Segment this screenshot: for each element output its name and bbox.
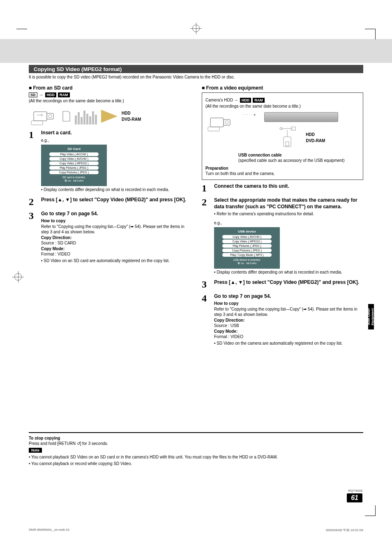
label-hdd: HDD xyxy=(306,131,325,138)
badge-line: Camera's HDD → HDD RAM xyxy=(205,97,360,103)
svg-point-2 xyxy=(48,115,52,118)
eg-label: e.g., xyxy=(41,138,190,143)
svg-rect-1 xyxy=(47,113,53,119)
dialog-option: Play / Copy Music ( MP3 ) xyxy=(222,253,272,257)
usb-connector-icon xyxy=(277,125,297,150)
svg-rect-13 xyxy=(286,142,289,146)
dialog-option: Play Pictures ( JPEG ) xyxy=(222,244,272,248)
svg-rect-0 xyxy=(34,112,47,121)
step3-note: • SD Video on an SD card are automatical… xyxy=(41,258,190,264)
copy-direction-heading: Copy Direction: xyxy=(214,318,363,323)
side-tab: With Other Equipment xyxy=(368,304,374,329)
badge-line: SD → HDD RAM xyxy=(29,92,190,97)
section-header: Copying SD Video (MPEG2 format) xyxy=(29,65,363,73)
right-heading-text: From a video equipment xyxy=(206,85,263,91)
svg-rect-7 xyxy=(208,127,219,131)
footer: DMR-BW850GL_en.indb 61 2009/04/08 午前 10:… xyxy=(29,528,363,532)
crop-mark xyxy=(16,29,27,39)
step-number: 1 xyxy=(29,130,36,193)
badge-note: (All the recordings on the same date bec… xyxy=(205,104,360,109)
stop-section: To stop copying Press and hold [RETURN ↺… xyxy=(29,432,363,466)
step-number: 2 xyxy=(202,197,209,275)
step-number: 3 xyxy=(202,279,209,289)
dialog-option: Copy Video ( MPEG2 ) xyxy=(49,161,99,165)
step-number: 4 xyxy=(202,293,209,346)
data-bars-icon xyxy=(75,108,97,124)
crop-mark xyxy=(365,505,376,516)
dialog-option: Copy Video ( MPEG2 ) xyxy=(222,240,272,243)
svg-rect-5 xyxy=(224,120,230,125)
how-to-copy-heading: How to copy xyxy=(41,218,190,224)
arrow-right-icon xyxy=(101,110,118,123)
dotted-arrow: · · · · · ▸ xyxy=(242,112,256,150)
label-hdd: HDD xyxy=(122,110,141,116)
step2-title: Press [▲, ▼] to select "Copy Video (MPEG… xyxy=(41,197,190,203)
copy-mode-heading: Copy Mode: xyxy=(41,246,190,252)
step-number: 2 xyxy=(29,197,36,207)
svg-point-6 xyxy=(225,121,228,124)
dialog-title: SD Card xyxy=(44,147,104,151)
usb-cable-heading: USB connection cable xyxy=(238,152,360,158)
dialog-option: Copy Pictures ( JPEG ) xyxy=(222,249,272,252)
dialog-ok: ⦿ OK RETURN xyxy=(44,180,104,182)
media-labels: HDD DVD-RAM xyxy=(122,110,141,122)
intro-text: It is possible to copy the SD video (MPE… xyxy=(29,75,363,79)
rqt-code: RQT9428 xyxy=(347,489,362,493)
camcorder-diagram: HDD DVD-RAM xyxy=(29,106,190,127)
stop-text: Press and hold [RETURN ↺] for 3 seconds. xyxy=(29,441,363,446)
page-number: 61 xyxy=(347,493,362,502)
sd-card-dialog: SD Card Play Video ( AVCHD ) Copy Video … xyxy=(41,145,107,186)
r-step4-note: • SD Video on the camera are automatical… xyxy=(214,341,363,346)
dialog-option: Copy Video ( AVCHD ) xyxy=(222,235,272,239)
r-step3-title: Press [▲, ▼] to select "Copy Video (MPEG… xyxy=(214,279,363,286)
dialog-option: Play Pictures ( JPEG ) xyxy=(49,166,99,170)
footer-right: 2009/04/08 午前 10:01:09 xyxy=(325,528,363,532)
left-heading: ■ From an SD card xyxy=(29,85,190,91)
section-title: Copying SD Video (MPEG2 format) xyxy=(29,65,127,73)
copy-direction-value: Source : SD CARD xyxy=(41,240,190,246)
step3-title: Go to step 7 on page 54. xyxy=(41,211,190,217)
step-number: 3 xyxy=(29,211,36,264)
badge-note: (All the recordings on the same date bec… xyxy=(29,98,190,104)
r-step2-media-note: • Display contents differ depending on w… xyxy=(214,269,363,275)
r-step2-title: Select the appropriate mode that makes t… xyxy=(214,197,363,210)
dvd-unit-icon xyxy=(264,112,338,122)
connection-box: Camera's HDD → HDD RAM (All the recordin… xyxy=(202,92,363,180)
badge-ram: RAM xyxy=(58,92,70,97)
copy-direction-heading: Copy Direction: xyxy=(41,235,190,241)
label-dvdram: DVD-RAM xyxy=(122,116,141,122)
copy-direction-value: Source : USB xyxy=(214,323,363,329)
right-heading: ■ From a video equipment xyxy=(202,85,363,91)
dialog-option: Play Video ( AVCHD ) xyxy=(49,152,99,156)
registration-mark xyxy=(12,271,24,283)
label-dvdram: DVD-RAM xyxy=(306,138,325,144)
svg-rect-4 xyxy=(210,118,224,127)
note-label: Note xyxy=(29,448,42,453)
badge-hdd: HDD xyxy=(45,92,57,97)
svg-rect-3 xyxy=(31,121,43,125)
how-to-copy-text: Refer to "Copying using the copying list… xyxy=(41,224,190,235)
note-1: • You cannot playback SD Video on an SD … xyxy=(29,454,363,460)
preparation-text: Turn on both this unit and the camera. xyxy=(205,171,360,176)
registration-mark xyxy=(368,271,380,283)
dialog-option: Copy Pictures ( JPEG ) xyxy=(49,170,99,174)
preparation-heading: Preparation xyxy=(205,166,360,171)
header-gray-band xyxy=(0,39,392,63)
stop-heading: To stop copying xyxy=(29,435,363,441)
copy-mode-value: Format : VIDEO xyxy=(41,251,190,257)
dialog-footer: USB device is inserted. xyxy=(217,258,277,261)
copy-mode-heading: Copy Mode: xyxy=(214,329,363,334)
camcorder-icon xyxy=(29,106,58,127)
camera-hdd-prefix: Camera's HDD → xyxy=(205,97,238,103)
step1-title: Insert a card. xyxy=(41,130,190,136)
copy-mode-value: Format : VIDEO xyxy=(214,334,363,340)
crop-mark xyxy=(365,29,376,39)
arrow: → xyxy=(39,92,44,97)
dialog-ok: ⦿ OK RETURN xyxy=(217,262,277,265)
dialog-footer: SD card is inserted. xyxy=(44,176,104,179)
note-2: • You cannot playback or record while co… xyxy=(29,461,363,467)
sd-card-icon xyxy=(62,111,71,122)
step1-note: • Display contents differ depending on w… xyxy=(41,187,190,193)
usb-device-dialog: USB device Copy Video ( AVCHD ) Copy Vid… xyxy=(214,227,280,269)
page-number-box: RQT9428 61 xyxy=(347,489,362,502)
